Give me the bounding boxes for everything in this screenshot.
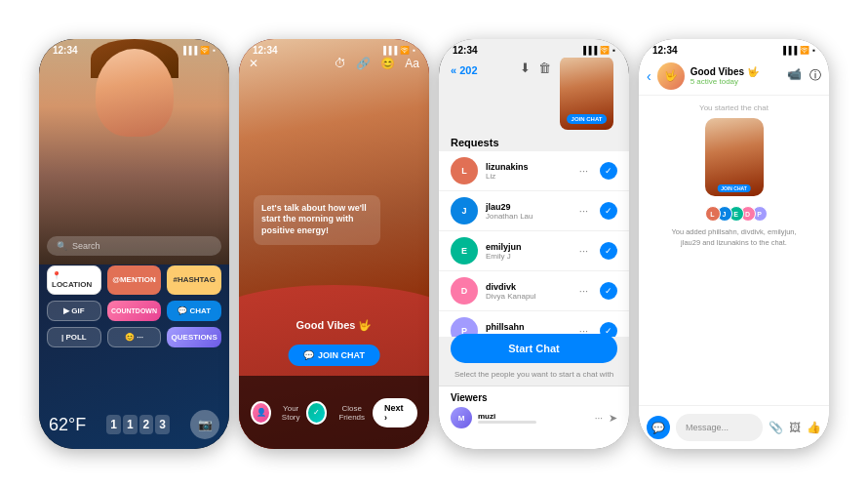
sticker-gif[interactable]: ▶ GIF — [47, 301, 101, 321]
sticker-hashtag[interactable]: #HASHTAG — [167, 265, 221, 295]
join-chat-button[interactable]: 💬 JOIN CHAT — [288, 345, 380, 366]
chat-bubble-icon: 💬 — [303, 350, 314, 360]
time-display-4: 12:34 — [652, 45, 678, 56]
close-icon[interactable]: ✕ — [249, 57, 258, 70]
viewer-avatar-1: M — [451, 407, 472, 428]
signal-icon-3: ▐▐▐ — [580, 46, 597, 55]
emoji-icon[interactable]: 😊 — [380, 57, 395, 70]
phone-story-editor: 12:34 ▐▐▐ 🛜 ▪ ✕ ⏱ 🔗 😊 Aa Let's talk abou… — [239, 39, 429, 449]
like-icon[interactable]: 👍 — [807, 421, 821, 434]
input-actions: 📎 🖼 👍 — [769, 421, 821, 434]
requests-list: L lizunakins Liz ··· ✓ J jlau29 Jonathan… — [439, 151, 629, 337]
start-chat-hint: Select the people you want to start a ch… — [439, 370, 629, 379]
time-display-1: 12:34 — [53, 45, 78, 56]
time-box-4: 3 — [155, 415, 170, 434]
request-check-3[interactable]: ✓ — [600, 242, 617, 260]
request-dots-1[interactable]: ··· — [579, 165, 588, 177]
added-message: You added phillsahn, divdivk, emilyjun, … — [661, 227, 808, 248]
sticker-questions[interactable]: QUESTIONS — [167, 327, 221, 347]
sticker-search-bar[interactable]: 🔍 Search — [47, 236, 221, 256]
view-count: « 202 — [451, 64, 478, 76]
status-bar-1: 12:34 ▐▐▐ 🛜 ▪ — [39, 39, 229, 58]
request-dots-4[interactable]: ··· — [579, 285, 588, 297]
close-friends-avatar: ✓ — [306, 401, 327, 425]
phone-requests: 12:34 ▐▐▐ 🛜 ▪ JOIN CHAT « 202 ⬇ 🗑 Reques… — [439, 39, 629, 449]
message-input[interactable]: Message... — [676, 414, 763, 441]
photo-icon[interactable]: 🖼 — [789, 421, 801, 434]
request-name-4: Divya Kanapul — [486, 292, 572, 301]
request-info-4: divdivk Divya Kanapul — [486, 282, 572, 301]
messenger-icon: 💬 — [647, 416, 670, 439]
request-dots-3[interactable]: ··· — [579, 245, 588, 257]
viewers-title: Viewers — [451, 392, 617, 403]
send-icon-1[interactable]: ➤ — [609, 412, 617, 425]
camera-button[interactable]: 📷 — [190, 410, 219, 439]
request-check-2[interactable]: ✓ — [600, 202, 617, 220]
download-icon[interactable]: ⬇ — [520, 61, 531, 75]
wifi-icon-2: 🛜 — [400, 46, 410, 55]
text-sticker[interactable]: Let's talk about how we'll start the mor… — [254, 195, 380, 245]
viewer-info-1: muzi — [478, 412, 589, 424]
your-story-label: Your Story — [275, 404, 306, 422]
text-sticker-content: Let's talk about how we'll start the mor… — [261, 203, 367, 235]
viewer-bar-1 — [478, 421, 536, 424]
sticker-poll[interactable]: | POLL — [47, 327, 101, 347]
attachment-icon[interactable]: 📎 — [769, 421, 783, 434]
request-name-2: Jonathan Lau — [486, 212, 572, 221]
battery-icon-4: ▪ — [812, 46, 815, 55]
editor-toolbar: ✕ ⏱ 🔗 😊 Aa — [239, 57, 429, 70]
battery-icon: ▪ — [213, 46, 216, 55]
time-display-3: 12:34 — [453, 45, 478, 56]
join-chat-label: JOIN CHAT — [318, 350, 365, 360]
signal-icon-4: ▐▐▐ — [780, 46, 797, 55]
trash-icon[interactable]: 🗑 — [538, 61, 551, 75]
video-icon[interactable]: 📹 — [787, 67, 802, 84]
start-chat-button[interactable]: Start Chat — [451, 334, 617, 363]
sticker-emoji[interactable]: 😊 ··· — [107, 327, 162, 347]
timer-icon[interactable]: ⏱ — [335, 57, 346, 70]
sticker-chat[interactable]: 💬 CHAT — [167, 301, 221, 321]
status-bar-3: 12:34 ▐▐▐ 🛜 ▪ — [439, 39, 629, 58]
mini-avatar-1: L — [705, 206, 721, 222]
text-icon[interactable]: Aa — [405, 57, 419, 70]
time-box-3: 2 — [139, 415, 154, 434]
info-icon[interactable]: ⓘ — [809, 67, 821, 84]
status-icons-4: ▐▐▐ 🛜 ▪ — [780, 46, 815, 55]
close-friends-label: Close Friends — [331, 404, 373, 422]
sticker-location[interactable]: 📍 LOCATION — [47, 265, 101, 295]
request-name-3: Emily J — [486, 252, 572, 261]
sticker-grid: 📍 LOCATION @MENTION #HASHTAG ▶ GIF COUNT… — [47, 265, 221, 347]
request-avatar-1: L — [451, 157, 478, 184]
viewer-dots-1[interactable]: ··· — [595, 413, 603, 424]
story-preview-thumbnail: JOIN CHAT — [560, 57, 613, 130]
signal-icon-2: ▐▐▐ — [380, 46, 397, 55]
status-icons-1: ▐▐▐ 🛜 ▪ — [180, 46, 216, 55]
good-vibes-label: Good Vibes 🤟 — [296, 319, 373, 332]
phone-chat: 12:34 ▐▐▐ 🛜 ▪ ‹ 🤟 Good Vibes 🤟 5 active … — [639, 39, 829, 449]
request-item-4[interactable]: D divdivk Divya Kanapul ··· ✓ — [439, 271, 629, 311]
viewer-name-1: muzi — [478, 412, 589, 421]
chat-header-icons: 📹 ⓘ — [787, 67, 821, 84]
join-badge-message: JOIN CHAT — [717, 184, 751, 192]
request-dots-2[interactable]: ··· — [579, 205, 588, 217]
request-username-1: lizunakins — [486, 162, 572, 172]
request-name-1: Liz — [486, 172, 572, 181]
request-item-1[interactable]: L lizunakins Liz ··· ✓ — [439, 151, 629, 191]
sticker-countdown[interactable]: COUNTDOWN — [107, 301, 162, 321]
request-check-1[interactable]: ✓ — [600, 162, 617, 180]
request-username-3: emilyjun — [486, 242, 572, 252]
link-icon[interactable]: 🔗 — [356, 57, 371, 70]
next-button[interactable]: Next › — [373, 398, 417, 427]
request-item-3[interactable]: E emilyjun Emily J ··· ✓ — [439, 231, 629, 271]
wifi-icon-4: 🛜 — [800, 46, 809, 55]
sticker-mention[interactable]: @MENTION — [107, 265, 162, 295]
time-display-2: 12:34 — [253, 45, 278, 56]
request-check-4[interactable]: ✓ — [600, 282, 617, 300]
back-button[interactable]: ‹ — [647, 68, 651, 84]
battery-icon-2: ▪ — [413, 46, 415, 55]
chat-name: Good Vibes 🤟 — [690, 66, 781, 77]
sticker-panel: 🔍 Search 📍 LOCATION @MENTION #HASHTAG ▶ … — [47, 236, 221, 390]
face-circle — [96, 49, 174, 137]
request-item-2[interactable]: J jlau29 Jonathan Lau ··· ✓ — [439, 191, 629, 231]
request-username-4: divdivk — [486, 282, 572, 292]
